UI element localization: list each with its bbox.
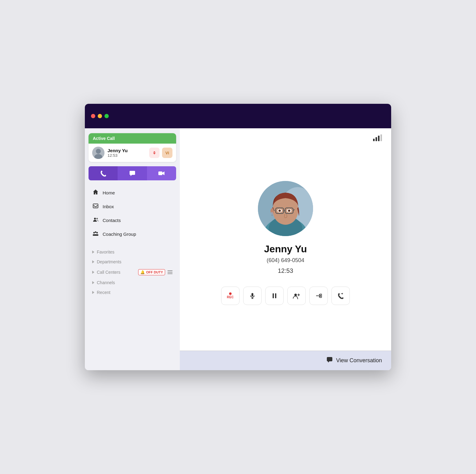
svg-point-29 — [288, 209, 290, 212]
call-timer: 12:53 — [278, 267, 293, 274]
section-departments[interactable]: Departments — [89, 257, 176, 267]
inbox-label: Inbox — [103, 204, 114, 209]
active-call-info: Jenny Yu 12:53 Vi — [89, 144, 176, 162]
add-participant-button[interactable] — [287, 287, 306, 305]
mute-button[interactable] — [243, 287, 262, 305]
pause-button[interactable] — [265, 287, 284, 305]
home-label: Home — [103, 190, 115, 195]
call-centers-label: Call Centers — [97, 270, 136, 275]
mic-icon — [249, 292, 256, 299]
sidebar-item-contacts[interactable]: Contacts — [89, 213, 176, 227]
tab-phone[interactable] — [89, 166, 118, 180]
bar1 — [373, 139, 375, 141]
svg-point-36 — [294, 294, 297, 296]
active-call-label: Active Call — [93, 136, 115, 141]
rec-label: REC — [227, 292, 234, 299]
svg-rect-35 — [275, 293, 276, 298]
svg-rect-34 — [273, 293, 274, 298]
chevron-call-centers — [92, 271, 94, 274]
recent-label: Recent — [97, 290, 172, 295]
active-call-header: Active Call — [89, 133, 176, 144]
svg-rect-10 — [93, 234, 98, 236]
svg-point-11 — [93, 232, 95, 234]
section-recent[interactable]: Recent — [89, 288, 176, 297]
bottom-bar: View Conversation — [180, 351, 391, 370]
rec-dot — [229, 292, 232, 295]
sidebar-item-inbox[interactable]: Inbox — [89, 200, 176, 213]
inbox-icon — [92, 203, 99, 210]
main-header — [180, 128, 391, 147]
active-call-card: Active Call Jenny Yu 12:53 — [89, 133, 176, 162]
svg-rect-43 — [327, 357, 332, 361]
favorites-label: Favorites — [97, 250, 172, 254]
view-conversation-label: View Conversation — [336, 357, 382, 364]
transfer-icon — [315, 292, 322, 299]
chevron-departments — [92, 260, 94, 263]
svg-point-13 — [96, 232, 98, 234]
vi-button[interactable]: Vi — [162, 148, 172, 158]
caller-details: Jenny Yu 12:53 — [108, 148, 146, 158]
tab-video[interactable] — [147, 166, 176, 180]
sidebar: Active Call Jenny Yu 12:53 — [85, 128, 180, 370]
coaching-label: Coaching Group — [103, 231, 136, 237]
section-channels[interactable]: Channels — [89, 278, 176, 288]
app-body: Active Call Jenny Yu 12:53 — [85, 128, 391, 370]
minimize-button[interactable] — [98, 114, 102, 118]
caller-avatar — [92, 147, 104, 159]
off-duty-badge: 🔔 OFF DUTY — [138, 269, 165, 275]
chevron-channels — [92, 281, 94, 284]
caller-name: Jenny Yu — [108, 148, 146, 153]
svg-rect-6 — [158, 171, 162, 175]
close-button[interactable] — [91, 114, 95, 118]
chevron-recent — [92, 291, 94, 294]
transfer-button[interactable] — [309, 287, 328, 305]
call-flip-icon — [337, 292, 344, 299]
departments-label: Departments — [97, 259, 172, 264]
svg-point-12 — [95, 231, 96, 233]
sidebar-item-coaching[interactable]: Coaching Group — [89, 227, 176, 241]
svg-point-9 — [96, 218, 98, 220]
view-conversation-button[interactable]: View Conversation — [326, 356, 382, 365]
maximize-button[interactable] — [104, 114, 109, 118]
sidebar-item-home[interactable]: Home — [89, 186, 176, 200]
collapsible-sections: Favorites Departments Call Centers 🔔 OFF… — [89, 247, 176, 297]
app-window: Active Call Jenny Yu 12:53 — [85, 104, 391, 370]
action-tabs — [89, 166, 176, 180]
inline-call-actions: Vi — [149, 148, 172, 158]
svg-rect-31 — [251, 293, 253, 296]
contact-area: Jenny Yu (604) 649-0504 12:53 REC — [180, 147, 391, 351]
bell-icon: 🔔 — [140, 270, 145, 274]
svg-point-28 — [279, 209, 281, 212]
contact-avatar-large — [258, 181, 313, 236]
contact-name: Jenny Yu — [264, 243, 307, 255]
chat-bubble-icon — [326, 356, 333, 365]
signal-bars-icon — [373, 134, 382, 141]
nav-list: Home Inbox — [89, 186, 176, 241]
title-bar — [85, 104, 391, 128]
call-duration-sidebar: 12:53 — [108, 153, 146, 158]
contact-phone: (604) 649-0504 — [266, 257, 304, 264]
record-button[interactable]: REC — [221, 287, 240, 305]
bar4 — [380, 134, 382, 141]
bar3 — [378, 136, 380, 141]
bar2 — [376, 137, 377, 141]
coaching-icon — [92, 230, 99, 238]
add-person-icon — [293, 292, 300, 299]
contacts-label: Contacts — [103, 218, 121, 223]
section-call-centers[interactable]: Call Centers 🔔 OFF DUTY — [89, 267, 176, 278]
svg-point-8 — [94, 218, 96, 220]
chevron-favorites — [92, 250, 94, 254]
off-duty-text: OFF DUTY — [146, 270, 163, 274]
svg-point-1 — [96, 149, 101, 154]
main-content: Jenny Yu (604) 649-0504 12:53 REC — [180, 128, 391, 370]
window-controls — [91, 114, 109, 118]
hamburger-menu[interactable] — [168, 270, 172, 274]
flip-button[interactable] — [331, 287, 350, 305]
section-favorites[interactable]: Favorites — [89, 247, 176, 257]
contacts-icon — [92, 216, 99, 224]
pause-icon — [271, 292, 278, 299]
tab-chat[interactable] — [118, 166, 147, 180]
rec-text: REC — [227, 295, 234, 299]
svg-point-30 — [271, 212, 273, 215]
transfer-inline-button[interactable] — [149, 148, 160, 158]
